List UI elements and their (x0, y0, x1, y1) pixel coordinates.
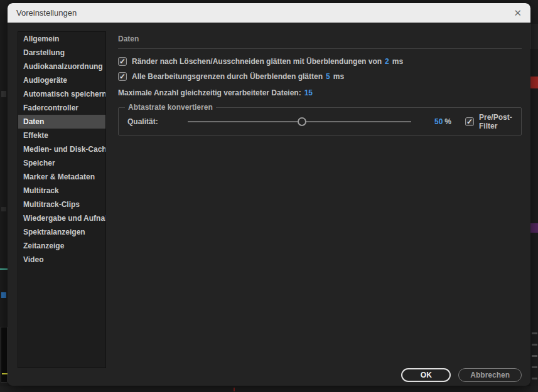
max-files-label: Maximale Anzahl gleichzeitig verarbeitet… (118, 88, 301, 97)
smooth-delete-row: ✓ Ränder nach Löschen/Ausschneiden glätt… (118, 57, 522, 66)
quality-slider[interactable] (188, 117, 411, 126)
sidebar-item-allgemein[interactable]: Allgemein (18, 32, 105, 46)
pre-post-filter-label: Pre/Post-Filter (479, 113, 512, 130)
cancel-button[interactable]: Abbrechen (458, 368, 522, 382)
close-icon[interactable]: ✕ (514, 8, 522, 18)
panel-title: Daten (118, 34, 522, 49)
daten-panel: Daten ✓ Ränder nach Löschen/Ausschneiden… (118, 34, 522, 97)
bg-black-panel (1, 327, 8, 383)
screen: Voreinstellungen ✕ Allgemein Darstellung… (0, 0, 538, 392)
sidebar-item-wiedergabe-aufnahme[interactable]: Wiedergabe und Aufnahme (18, 211, 105, 225)
bg-teal-line (0, 268, 8, 270)
bg-gray-fragment-1 (1, 91, 6, 97)
background-app-bottom-sliver (0, 386, 538, 392)
sidebar-item-automatisch-speichern[interactable]: Automatisch speichern (18, 87, 105, 101)
sidebar-item-effekte[interactable]: Effekte (18, 129, 105, 142)
pre-post-filter-checkbox[interactable]: ✓ (465, 117, 474, 126)
quality-label: Qualität: (127, 117, 188, 126)
smooth-edit-value[interactable]: 5 (326, 72, 330, 81)
max-files-value[interactable]: 15 (304, 88, 313, 97)
sidebar-item-multitrack-clips[interactable]: Multitrack-Clips (18, 198, 105, 211)
sidebar-item-audiokanalzuordnung[interactable]: Audiokanalzuordnung (18, 60, 105, 73)
bg-text-fragment-4 (532, 366, 537, 368)
dialog-footer: OK Abbrechen (401, 368, 522, 382)
smooth-delete-unit: ms (392, 57, 403, 66)
bg-gray-fragment-2 (1, 207, 6, 211)
smooth-edit-checkbox[interactable]: ✓ (118, 72, 127, 81)
sidebar-item-marker-metadaten[interactable]: Marker & Metadaten (18, 170, 105, 184)
smooth-delete-value[interactable]: 2 (385, 57, 389, 66)
bg-text-fragment-5 (532, 378, 537, 379)
bg-red-button-fragment (530, 77, 538, 88)
bg-text-fragment-2 (532, 344, 537, 346)
sidebar-item-audiogeraete[interactable]: Audiogeräte (18, 73, 105, 87)
smooth-edit-row: ✓ Alle Bearbeitungsgrenzen durch Überble… (118, 72, 522, 81)
sidebar-item-video[interactable]: Video (18, 253, 105, 267)
quality-row: Qualität: 50% ✓ Pre/Post-Filter (119, 108, 521, 135)
quality-value-number[interactable]: 50 (434, 117, 443, 126)
smooth-delete-checkbox[interactable]: ✓ (118, 57, 127, 66)
background-app-left-sliver (0, 0, 8, 392)
bg-blue-icon-fragment (1, 292, 6, 298)
sidebar-item-multitrack[interactable]: Multitrack (18, 184, 105, 198)
smooth-edit-label: Alle Bearbeitungsgrenzen durch Überblend… (132, 72, 323, 81)
bg-purple-fragment (530, 223, 538, 233)
preferences-dialog: Voreinstellungen ✕ Allgemein Darstellung… (8, 3, 530, 386)
bg-yellow-line (2, 373, 8, 374)
sidebar-item-fadercontroller[interactable]: Fadercontroller (18, 101, 105, 115)
sidebar-item-medien-disk-cache[interactable]: Medien- und Disk-Cache (18, 142, 105, 156)
ok-button[interactable]: OK (401, 368, 451, 382)
bg-text-fragment-1 (532, 332, 537, 334)
resample-group: Abtastrate konvertieren Qualität: 50% ✓ … (118, 107, 522, 135)
dialog-titlebar[interactable]: Voreinstellungen ✕ (8, 3, 530, 23)
smooth-delete-label: Ränder nach Löschen/Ausschneiden glätten… (132, 57, 382, 66)
bg-panel-line-top (530, 24, 538, 49)
sidebar-item-darstellung[interactable]: Darstellung (18, 46, 105, 60)
background-app-right-sliver (530, 0, 538, 392)
quality-value[interactable]: 50% (422, 117, 451, 126)
smooth-edit-unit: ms (333, 72, 344, 81)
quality-value-unit: % (444, 117, 451, 126)
bg-text-fragment-3 (532, 355, 537, 357)
max-files-row: Maximale Anzahl gleichzeitig verarbeitet… (118, 88, 522, 97)
sidebar-item-daten[interactable]: Daten (18, 115, 105, 129)
bg-red-tick (234, 388, 235, 391)
quality-slider-handle[interactable] (298, 117, 306, 126)
sidebar-item-speicher[interactable]: Speicher (18, 156, 105, 170)
dialog-title: Voreinstellungen (16, 8, 77, 18)
category-list: Allgemein Darstellung Audiokanalzuordnun… (18, 31, 106, 368)
sidebar-item-spektralanzeigen[interactable]: Spektralanzeigen (18, 225, 105, 239)
sidebar-item-zeitanzeige[interactable]: Zeitanzeige (18, 239, 105, 253)
